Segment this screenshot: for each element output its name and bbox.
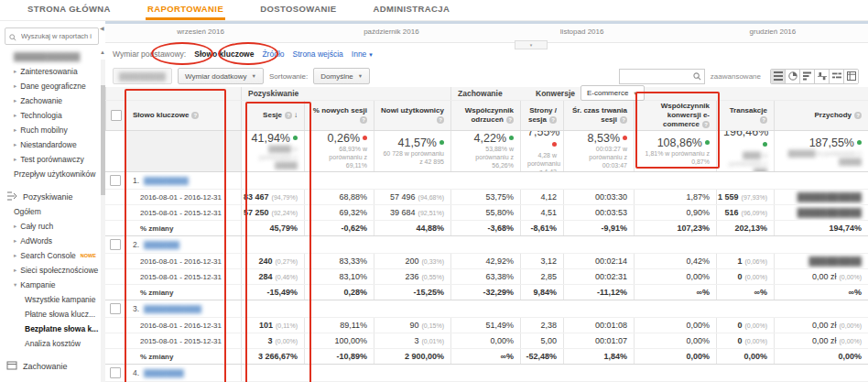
dimension-option-słowo-kluczowe[interactable]: Słowo kluczowe: [194, 49, 254, 59]
secondary-dimension-button[interactable]: Wymiar dodatkowy▼: [178, 68, 264, 84]
pivot-view-button[interactable]: [843, 70, 858, 83]
sidebar-item-ogółem[interactable]: Ogółem: [0, 204, 105, 219]
col-header-współczynnik-konwersji-e-commerce[interactable]: Współczynnik konwersji e-commerce?: [634, 101, 716, 130]
sidebar-item-przepływ-użytkowników[interactable]: Przepływ użytkowników: [0, 167, 105, 181]
keyword-link[interactable]: █████████████: [144, 305, 201, 313]
row-checkbox[interactable]: [110, 303, 121, 314]
metric-cell: 0(0,00%): [716, 269, 774, 284]
col-header-przychody[interactable]: Przychody?: [774, 101, 868, 130]
performance-view-button[interactable]: [799, 70, 814, 83]
metric-cell: 53,75%: [450, 190, 520, 204]
col-header-strony-sesja[interactable]: Strony / sesja?: [520, 101, 563, 130]
sidebar-item-pozyskiwanie[interactable]: Pozyskiwanie: [0, 190, 105, 204]
sidebar-item-zachowanie[interactable]: Zachowanie: [0, 359, 105, 374]
sort-descending-icon: ↓: [294, 111, 298, 119]
comparison-view-button[interactable]: [814, 70, 829, 83]
top-navigation: STRONA GŁÓWNARAPORTOWANIEDOSTOSOWANIEADM…: [0, 0, 868, 21]
col-header-nowi-użytkownicy[interactable]: Nowi użytkownicy?: [374, 101, 450, 130]
metric-value: ∞%: [501, 352, 514, 361]
help-icon[interactable]: ?: [549, 116, 557, 124]
metric-cell: 9,84%: [520, 285, 563, 300]
summary-comparison-text: ██████ w porównaniu z █████: [781, 150, 862, 167]
select-all-checkbox[interactable]: [111, 110, 122, 121]
help-icon[interactable]: ?: [191, 112, 199, 119]
tab-administracja[interactable]: ADMINISTRACJA: [371, 0, 451, 20]
help-icon[interactable]: ?: [702, 121, 710, 128]
chevron-down-icon: ▼: [366, 52, 374, 58]
row-checkbox[interactable]: [110, 367, 121, 378]
period-checkbox-cell: [105, 205, 125, 220]
keyword-link[interactable]: ████████: [144, 241, 179, 249]
sidebar-collapse-icon[interactable]: ◀: [100, 25, 104, 31]
conversions-dropdown[interactable]: E-commerce▼: [580, 85, 645, 101]
row-checkbox[interactable]: [110, 175, 121, 186]
sort-type-dropdown[interactable]: Domyślne▼: [313, 68, 370, 84]
dimension-option-źródło[interactable]: Źródło: [262, 49, 284, 59]
sidebar-search-box[interactable]: [5, 27, 99, 45]
sidebar-item-niestandardowe[interactable]: ▸Niestandardowe: [0, 137, 105, 152]
metric-value: 3: [414, 336, 418, 345]
table-search-input[interactable]: [623, 71, 693, 82]
metric-value: 00:03:53: [595, 208, 627, 217]
dimension-option-strona-wejścia[interactable]: Strona wejścia: [293, 49, 343, 59]
tab-strona-główna[interactable]: STRONA GŁÓWNA: [26, 0, 113, 20]
col-header-śr-czas-trwania-sesji[interactable]: Śr. czas trwania sesji?: [563, 101, 634, 130]
sidebar-item-zainteresowania[interactable]: ▸Zainteresowania: [0, 64, 105, 79]
col-header-słowo-kluczowe[interactable]: Słowo kluczowe?: [125, 101, 241, 130]
tab-dostosowanie[interactable]: DOSTOSOWANIE: [258, 0, 338, 20]
metric-cell: -3,68%: [450, 221, 520, 235]
col-header-współczynnik-odrzuceń[interactable]: Współczynnik odrzuceń?: [450, 101, 520, 130]
sidebar-search-input[interactable]: [19, 31, 94, 41]
percentage-view-button[interactable]: [785, 70, 799, 83]
help-icon[interactable]: ?: [854, 112, 862, 119]
metric-value: 44,88%: [416, 224, 444, 233]
metric-cell: 0,00%: [634, 349, 716, 364]
sidebar-item-adwords[interactable]: ▸AdWords: [0, 234, 105, 248]
sidebar-item-kampanie[interactable]: ▾Kampanie: [0, 278, 105, 292]
help-icon[interactable]: ?: [620, 116, 627, 124]
col-header-label: Strony / sesja?: [527, 106, 557, 125]
help-icon[interactable]: ?: [360, 116, 367, 124]
keyword-link[interactable]: ██████████: [144, 177, 188, 185]
sidebar-item-ruch-mobilny[interactable]: ▸Ruch mobilny: [0, 123, 105, 137]
search-icon[interactable]: [693, 68, 701, 84]
sidebar-item-item[interactable]: ████████████: [0, 49, 105, 64]
data-grid-view-button[interactable]: [771, 70, 785, 83]
sidebar-item-sieci-społecznościowe[interactable]: ▸Sieci społecznościowe: [0, 263, 105, 278]
metric-value: 3,12: [540, 256, 557, 266]
advanced-search-link[interactable]: zaawansowane: [711, 72, 761, 81]
sidebar-item-cały-ruch[interactable]: ▸Cały ruch: [0, 219, 105, 234]
help-icon[interactable]: ?: [285, 112, 292, 119]
help-icon[interactable]: ?: [437, 116, 444, 124]
metric-cell: -10,89%: [304, 349, 374, 364]
dimension-option-inne[interactable]: Inne ▼: [352, 49, 374, 59]
sidebar-item-label: Zachowanie: [23, 362, 68, 371]
sidebar-item-zachowanie[interactable]: ▸Zachowanie: [0, 93, 105, 108]
tab-raportowanie[interactable]: RAPORTOWANIE: [146, 0, 225, 20]
sidebar-item-dane-geograficzne[interactable]: ▸Dane geograficzne: [0, 79, 105, 93]
keyword-link[interactable]: █████████: [144, 369, 183, 377]
metric-value: 0,00%: [686, 321, 710, 330]
help-icon[interactable]: ?: [760, 116, 767, 124]
sidebar-item-płatne-słowa-klucz[interactable]: Płatne słowa klucz...: [0, 307, 105, 322]
help-icon[interactable]: ?: [506, 116, 514, 124]
col-header-transakcje[interactable]: Transakcje?: [716, 101, 774, 130]
term-cloud-view-button[interactable]: [829, 70, 843, 83]
summary-comparison-text: ████ w porównaniu z ███: [723, 152, 767, 171]
sidebar-item-wszystkie-kampanie[interactable]: Wszystkie kampanie: [0, 292, 105, 307]
sidebar-item-search-console[interactable]: ▸Search ConsoleNOWE: [0, 248, 105, 263]
sidebar-item-analiza-kosztów[interactable]: Analiza kosztów: [0, 336, 105, 351]
row-checkbox[interactable]: [110, 239, 121, 250]
sidebar-item-technologia[interactable]: ▸Technologia: [0, 108, 105, 123]
period-label-cell: % zmiany: [125, 221, 241, 235]
chart-collapse-tab[interactable]: ▾: [515, 40, 548, 49]
sidebar-item-test-porównawczy[interactable]: ▸Test porównawczy: [0, 152, 105, 167]
metric-value: 2,38: [540, 321, 557, 330]
chart-mode-button[interactable]: █████████: [113, 68, 172, 84]
metric-cell: 200(0,33%): [374, 254, 450, 268]
col-header-sesje[interactable]: Sesje?↓: [241, 101, 304, 130]
summary-przychody: 187,55%██████ w porównaniu z █████: [774, 131, 868, 171]
table-search-box[interactable]: [619, 69, 705, 84]
sidebar-item-bezpłatne-słowa-k[interactable]: Bezpłatne słowa k...: [0, 322, 105, 336]
col-header-%-nowych-sesji[interactable]: % nowych sesji?: [304, 101, 374, 130]
